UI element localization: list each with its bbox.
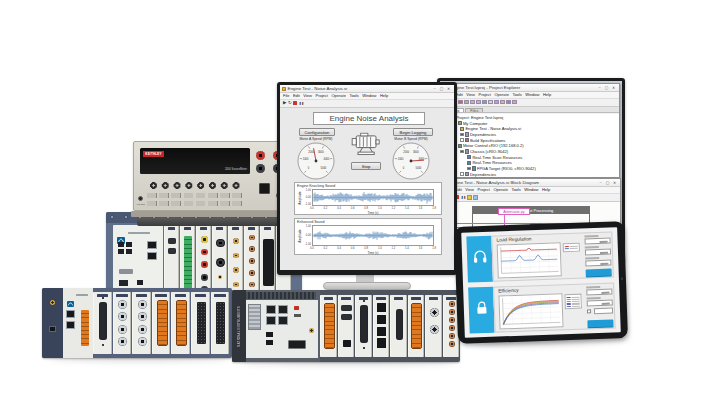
menu-item-operate[interactable]: Operate [493,187,507,192]
maximize-button[interactable]: ▢ [438,86,445,91]
toolbar-icon[interactable] [470,100,475,105]
begin-logging-button[interactable]: Begin Logging [393,128,433,136]
run-button[interactable] [587,319,613,328]
toolbar-icon[interactable] [500,100,505,105]
ni-logo [67,293,74,311]
configuration-button[interactable]: Configuration [299,128,335,136]
menu-item-window[interactable]: Window [524,187,538,192]
menu-item-help[interactable]: Help [380,93,388,98]
tree-item-label: FPGA Target (RIO0, cRIO-9042) [477,166,536,171]
load-regulation-body: Load Regulation [491,231,614,281]
menu-item-tools[interactable]: Tools [349,93,358,98]
gauge-a: 010002000300040005000 [297,142,335,180]
menu-item-tools[interactable]: Tools [511,187,520,192]
menu-item-help[interactable]: Help [543,92,551,97]
toolbar-icon[interactable] [458,100,463,105]
project-tree: Project: Engine Test.lvprojMy ComputerEn… [443,114,619,178]
tick-label: 0.4 [337,207,341,210]
menu-item-help[interactable]: Help [542,187,550,192]
module-label-strip [200,227,208,230]
menu-item-edit[interactable]: Edit [293,93,300,98]
front-panel-titlebar[interactable]: Engine Test - Noise Analysis.vi –▢✕ [280,85,454,93]
toolbar-icon[interactable] [464,100,469,105]
panel-title: Engine Noise Analysis [329,114,408,123]
ethernet-port [66,321,75,329]
python-frame-header: Python Script Processing [472,206,590,214]
module-term [408,295,425,357]
menu-item-project[interactable]: Project [315,93,327,98]
input-field-group[interactable] [585,257,611,266]
input-field-group[interactable] [586,286,612,295]
toolbar-icon[interactable] [494,100,499,105]
tree-item-icon [472,166,476,170]
abort-icon[interactable] [293,101,297,105]
input-field-group[interactable] [587,297,613,306]
tick-label: 1.0 [378,247,382,250]
tree-expand-icon[interactable] [467,167,471,171]
crio-left [42,288,232,358]
gauge-b: 010002000300040005000 [392,142,430,180]
headset-icon-tile[interactable] [466,236,493,283]
toolbar-icon[interactable] [476,100,481,105]
svg-text:4000: 4000 [323,157,329,161]
tree-expand-icon[interactable] [460,133,464,137]
close-button[interactable]: ✕ [610,85,617,90]
menu-item-project[interactable]: Project [478,92,490,97]
close-button[interactable]: ✕ [611,180,618,185]
input-field-group[interactable] [585,246,611,255]
pause-icon[interactable]: ❚❚ [299,102,304,105]
tree-expand-icon[interactable] [460,150,464,154]
power-connector [49,326,56,332]
menu-item-window[interactable]: Window [525,92,539,97]
run-button[interactable] [586,269,612,278]
menu-item-window[interactable]: Window [362,93,376,98]
menu-item-view[interactable]: View [466,92,475,97]
python-script-label[interactable]: Attenuate.py [498,208,530,215]
tick-label: 0.8 [364,207,368,210]
retain-wire-values-icon[interactable] [473,195,478,200]
tab-files[interactable]: Files [465,108,483,113]
run-icon[interactable]: ▶ [283,101,286,106]
menu-item-project[interactable]: Project [477,187,489,192]
menu-item-tools[interactable]: Tools [512,92,521,97]
tree-item-icon [465,172,469,176]
checkbox[interactable] [587,309,591,313]
run-continuous-icon[interactable]: ↻ [288,101,292,106]
tree-expand-icon[interactable] [460,172,464,176]
maximize-button[interactable]: ▢ [603,85,610,90]
gauge-a-label: Motor A Speed (RPM) [294,137,338,141]
highlight-execution-icon[interactable] [467,195,472,200]
toolbar-icon[interactable] [512,100,517,105]
menu-item-operate[interactable]: Operate [494,92,508,97]
module-label-strip [216,227,224,230]
menu-item-file[interactable]: File [283,93,289,98]
stop-button[interactable]: Stop [351,162,381,170]
checkbox-group[interactable] [587,308,613,309]
block-diagram-titlebar[interactable]: Engine Test - Noise Analysis.vi Block Di… [442,179,620,187]
minimize-button[interactable]: – [597,180,604,185]
tick-label: 0.4 [337,247,341,250]
reset-button-red [294,306,299,310]
toolbar-icon[interactable] [506,100,511,105]
project-explorer-titlebar[interactable]: Engine Test.lvproj - Project Explorer –▢… [443,84,619,92]
tick-label: 0.2 [324,247,328,250]
tree-item-icon [458,121,462,125]
menu-item-view[interactable]: View [465,187,474,192]
toolbar-icon[interactable] [488,100,493,105]
menu-item-operate[interactable]: Operate [331,93,345,98]
minimize-button[interactable]: – [431,86,438,91]
menu-item-view[interactable]: View [303,93,312,98]
crio-left-endcap [42,288,63,358]
mini-input[interactable] [594,308,613,314]
close-button[interactable]: ✕ [445,86,452,91]
minimize-button[interactable]: – [596,85,603,90]
pause-icon[interactable]: ❚❚ [461,196,466,199]
tree-expand-icon[interactable] [460,138,464,142]
module-label-strip [136,294,148,297]
maximize-button[interactable]: ▢ [604,180,611,185]
tree-item-icon [465,138,469,142]
input-field-group[interactable] [584,235,610,244]
lock-icon-tile[interactable] [468,287,495,334]
toolbar-icon[interactable] [482,100,487,105]
module-label-strip [341,297,351,300]
